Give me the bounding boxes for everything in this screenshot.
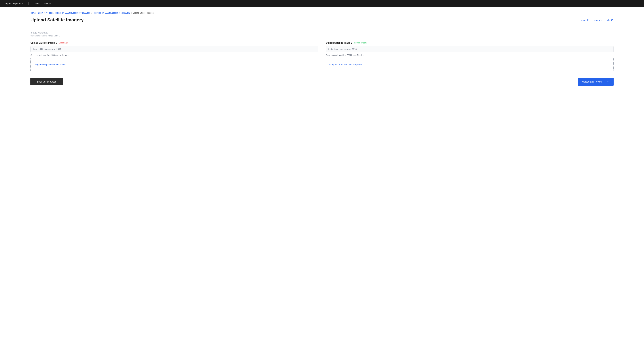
- file-hint-2: Only .jpg and .png files. 500kb max file…: [326, 54, 614, 56]
- header-actions: Logout User Help: [580, 19, 614, 21]
- section-title: Image Metadata: [30, 31, 614, 34]
- navbar-brand: Project Corpenicus: [4, 2, 23, 5]
- upload-and-review-label: Upload and Review: [582, 80, 602, 83]
- breadcrumb: Home / Login / Projects / Project ID: 63…: [0, 7, 644, 17]
- breadcrumb-sep-3: /: [54, 12, 54, 14]
- breadcrumb-resource-id[interactable]: Resource ID: 6388fc51eaee8c3724339db1: [93, 12, 130, 14]
- breadcrumb-home[interactable]: Home: [30, 12, 36, 14]
- page-header: Upload Satellite Imagery Logout User Hel…: [0, 17, 644, 26]
- logout-button[interactable]: Logout: [580, 19, 590, 21]
- filename-input-2[interactable]: [326, 46, 614, 52]
- help-button[interactable]: Help: [606, 19, 614, 21]
- footer-actions: Back to Resources Upload and Review →: [30, 78, 614, 86]
- navbar-link-home[interactable]: Home: [34, 2, 40, 5]
- section-subtitle: Upload the satellite image 1 and 2: [30, 35, 614, 37]
- dropzone-2-text: Drag and drop files here or upload: [330, 63, 362, 66]
- main-content: Image Metadata Upload the satellite imag…: [0, 31, 644, 86]
- file-hint-1: Only .jpg and .png files. 500kb max file…: [30, 54, 318, 56]
- upload-and-review-button[interactable]: Upload and Review →: [578, 78, 614, 86]
- navbar-links: Home Projects: [34, 2, 51, 5]
- navbar-divider: [28, 2, 29, 5]
- user-button[interactable]: User: [594, 19, 602, 21]
- breadcrumb-sep-1: /: [37, 12, 37, 14]
- filename-input-1[interactable]: [30, 46, 318, 52]
- user-label: User: [594, 19, 598, 21]
- breadcrumb-sep-2: /: [44, 12, 44, 14]
- back-to-resources-button[interactable]: Back to Resources: [30, 78, 63, 85]
- dropzone-1[interactable]: Drag and drop files here or upload: [30, 58, 318, 71]
- upload-section-1: Upload Satellite Image 1 [Old Image] Onl…: [30, 41, 318, 71]
- breadcrumb-current: Upload Satellite Imagery: [133, 12, 154, 14]
- upload-label-1-text: Upload Satellite Image 1: [30, 41, 57, 44]
- breadcrumb-project-id[interactable]: Project ID: 6388f9b6eaee8c3724339db0: [55, 12, 90, 14]
- upload-label-2-text: Upload Satellite Image 2: [326, 41, 352, 44]
- help-icon: [611, 19, 614, 21]
- user-icon: [599, 19, 602, 21]
- dropzone-1-text: Drag and drop files here or upload: [34, 63, 66, 66]
- dropzone-2[interactable]: Drag and drop files here or upload: [326, 58, 614, 71]
- image1-tag: [Old Image]: [58, 42, 68, 44]
- breadcrumb-sep-4: /: [91, 12, 92, 14]
- logout-label: Logout: [580, 19, 586, 21]
- section-metadata: Image Metadata Upload the satellite imag…: [30, 31, 614, 37]
- upload-grid: Upload Satellite Image 1 [Old Image] Onl…: [30, 41, 614, 71]
- breadcrumb-login[interactable]: Login: [38, 12, 43, 14]
- navbar-link-projects[interactable]: Projects: [44, 2, 51, 5]
- upload-section-2: Upload Satellite Image 2 [Recent Image] …: [326, 41, 614, 71]
- breadcrumb-sep-5: /: [131, 12, 132, 14]
- upload-label-2: Upload Satellite Image 2 [Recent Image]: [326, 41, 614, 44]
- breadcrumb-projects[interactable]: Projects: [46, 12, 52, 14]
- header-divider: [30, 26, 614, 26]
- upload-label-1: Upload Satellite Image 1 [Old Image]: [30, 41, 318, 44]
- svg-point-0: [600, 19, 601, 20]
- navbar: Project Corpenicus Home Projects: [0, 0, 644, 7]
- page-title: Upload Satellite Imagery: [30, 17, 84, 22]
- upload-arrow-icon: →: [606, 80, 609, 83]
- image2-tag: [Recent Image]: [354, 42, 367, 44]
- help-label: Help: [606, 19, 610, 21]
- logout-icon: [587, 19, 590, 21]
